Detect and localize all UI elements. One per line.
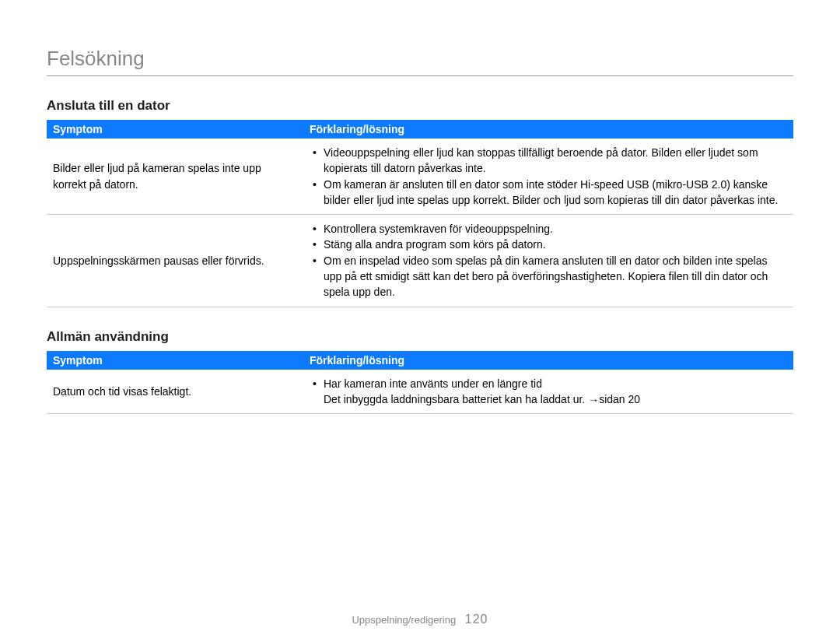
symptom-cell: Bilder eller ljud på kameran spelas inte…	[47, 139, 303, 215]
bullet-item: Videouppspelning eller ljud kan stoppas …	[310, 145, 787, 177]
page-footer: Uppspelning/redigering 120	[0, 612, 840, 626]
section-title-connecting: Ansluta till en dator	[47, 98, 793, 114]
col-header-solution: Förklaring/lösning	[303, 351, 793, 370]
solution-cell: Videouppspelning eller ljud kan stoppas …	[303, 139, 793, 215]
symptom-cell: Uppspelningsskärmen pausas eller förvrid…	[47, 215, 303, 307]
troubleshoot-table-connecting: Symptom Förklaring/lösning Bilder eller …	[47, 120, 793, 307]
bullet-item: Om kameran är ansluten till en dator som…	[310, 177, 787, 209]
bullet-item: Stäng alla andra program som körs på dat…	[310, 237, 787, 252]
table-row: Uppspelningsskärmen pausas eller förvrid…	[47, 215, 793, 307]
note-text: Det inbyggda laddningsbara batteriet kan…	[324, 393, 588, 405]
col-header-symptom: Symptom	[47, 120, 303, 139]
section-title-general: Allmän användning	[47, 329, 793, 345]
col-header-solution: Förklaring/lösning	[303, 120, 793, 139]
troubleshoot-table-general: Symptom Förklaring/lösning Datum och tid…	[47, 351, 793, 415]
bullet-item: Om en inspelad video som spelas på din k…	[310, 253, 787, 300]
symptom-cell: Datum och tid visas felaktigt.	[47, 370, 303, 414]
table-row: Bilder eller ljud på kameran spelas inte…	[47, 139, 793, 215]
solution-cell: Har kameran inte använts under en längre…	[303, 370, 793, 414]
page-title: Felsökning	[47, 47, 793, 76]
solution-cell: Kontrollera systemkraven för videouppspe…	[303, 215, 793, 307]
bullet-item: Har kameran inte använts under en längre…	[310, 376, 787, 391]
page-ref: sidan 20	[599, 393, 640, 405]
table-row: Datum och tid visas felaktigt. Har kamer…	[47, 370, 793, 414]
bullet-item: Kontrollera systemkraven för videouppspe…	[310, 221, 787, 237]
footer-section: Uppspelning/redigering	[352, 614, 456, 626]
col-header-symptom: Symptom	[47, 351, 303, 370]
arrow-right-icon: →	[588, 392, 599, 408]
page-number: 120	[465, 612, 488, 626]
